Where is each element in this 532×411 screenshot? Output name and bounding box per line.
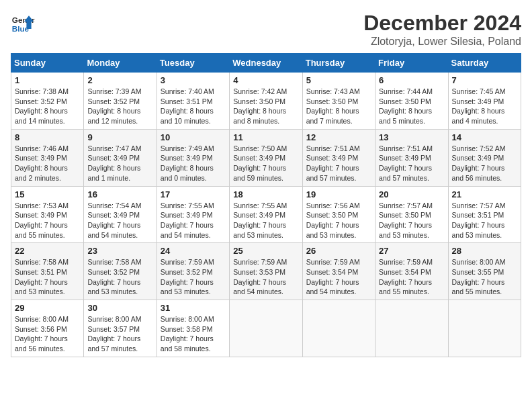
calendar-week-row: 22Sunrise: 7:58 AMSunset: 3:51 PMDayligh… bbox=[11, 243, 521, 300]
calendar-day-cell: 9Sunrise: 7:47 AMSunset: 3:49 PMDaylight… bbox=[84, 129, 157, 186]
day-info: Sunrise: 7:42 AMSunset: 3:50 PMDaylight:… bbox=[233, 87, 298, 126]
day-info: Sunrise: 7:40 AMSunset: 3:51 PMDaylight:… bbox=[161, 87, 226, 126]
day-info: Sunrise: 7:45 AMSunset: 3:49 PMDaylight:… bbox=[452, 87, 517, 126]
day-info: Sunrise: 7:58 AMSunset: 3:52 PMDaylight:… bbox=[87, 257, 152, 297]
calendar-day-cell: 30Sunrise: 8:00 AMSunset: 3:57 PMDayligh… bbox=[84, 300, 157, 357]
calendar-day-cell: 25Sunrise: 7:59 AMSunset: 3:53 PMDayligh… bbox=[230, 243, 302, 300]
page-header: General Blue December 2024 Zlotoryja, Lo… bbox=[11, 11, 521, 48]
calendar-day-cell: 22Sunrise: 7:58 AMSunset: 3:51 PMDayligh… bbox=[11, 243, 84, 300]
calendar-day-cell bbox=[230, 300, 302, 357]
calendar-day-cell bbox=[302, 300, 375, 357]
day-info: Sunrise: 7:51 AMSunset: 3:49 PMDaylight:… bbox=[306, 144, 371, 183]
calendar-header-cell: Sunday bbox=[11, 54, 84, 73]
day-info: Sunrise: 7:44 AMSunset: 3:50 PMDaylight:… bbox=[379, 87, 444, 126]
day-number: 15 bbox=[15, 189, 80, 199]
day-info: Sunrise: 7:39 AMSunset: 3:52 PMDaylight:… bbox=[87, 87, 152, 126]
day-info: Sunrise: 7:51 AMSunset: 3:49 PMDaylight:… bbox=[379, 144, 444, 183]
day-info: Sunrise: 7:59 AMSunset: 3:53 PMDaylight:… bbox=[233, 257, 298, 297]
day-number: 1 bbox=[15, 75, 80, 85]
day-number: 30 bbox=[87, 303, 152, 313]
day-number: 5 bbox=[306, 75, 371, 85]
calendar-day-cell: 14Sunrise: 7:52 AMSunset: 3:49 PMDayligh… bbox=[448, 129, 521, 186]
day-info: Sunrise: 7:54 AMSunset: 3:49 PMDaylight:… bbox=[87, 201, 152, 240]
calendar-day-cell: 19Sunrise: 7:56 AMSunset: 3:50 PMDayligh… bbox=[302, 186, 375, 243]
day-number: 2 bbox=[87, 75, 152, 85]
title-block: December 2024 Zlotoryja, Lower Silesia, … bbox=[363, 11, 521, 48]
calendar-day-cell: 10Sunrise: 7:49 AMSunset: 3:49 PMDayligh… bbox=[157, 129, 229, 186]
day-number: 16 bbox=[87, 189, 152, 199]
day-number: 11 bbox=[233, 132, 298, 142]
day-number: 20 bbox=[379, 189, 444, 199]
day-info: Sunrise: 7:58 AMSunset: 3:51 PMDaylight:… bbox=[15, 257, 80, 297]
calendar-header-cell: Tuesday bbox=[157, 54, 229, 73]
day-info: Sunrise: 7:47 AMSunset: 3:49 PMDaylight:… bbox=[87, 144, 152, 183]
calendar-day-cell: 4Sunrise: 7:42 AMSunset: 3:50 PMDaylight… bbox=[230, 73, 302, 130]
day-info: Sunrise: 8:00 AMSunset: 3:55 PMDaylight:… bbox=[452, 257, 517, 297]
day-info: Sunrise: 7:43 AMSunset: 3:50 PMDaylight:… bbox=[306, 87, 371, 126]
logo-icon: General Blue bbox=[11, 11, 35, 35]
calendar-day-cell: 31Sunrise: 8:00 AMSunset: 3:58 PMDayligh… bbox=[157, 300, 229, 357]
day-info: Sunrise: 7:57 AMSunset: 3:50 PMDaylight:… bbox=[379, 201, 444, 240]
day-info: Sunrise: 7:55 AMSunset: 3:49 PMDaylight:… bbox=[161, 201, 226, 240]
calendar-day-cell: 13Sunrise: 7:51 AMSunset: 3:49 PMDayligh… bbox=[375, 129, 448, 186]
day-number: 19 bbox=[306, 189, 371, 199]
day-info: Sunrise: 7:46 AMSunset: 3:49 PMDaylight:… bbox=[15, 144, 80, 183]
calendar-day-cell: 26Sunrise: 7:59 AMSunset: 3:54 PMDayligh… bbox=[302, 243, 375, 300]
calendar-week-row: 15Sunrise: 7:53 AMSunset: 3:49 PMDayligh… bbox=[11, 186, 521, 243]
calendar-day-cell: 16Sunrise: 7:54 AMSunset: 3:49 PMDayligh… bbox=[84, 186, 157, 243]
day-info: Sunrise: 7:53 AMSunset: 3:49 PMDaylight:… bbox=[15, 201, 80, 240]
calendar-day-cell: 8Sunrise: 7:46 AMSunset: 3:49 PMDaylight… bbox=[11, 129, 84, 186]
page-subtitle: Zlotoryja, Lower Silesia, Poland bbox=[363, 36, 521, 48]
day-number: 12 bbox=[306, 132, 371, 142]
day-info: Sunrise: 7:59 AMSunset: 3:52 PMDaylight:… bbox=[161, 257, 226, 297]
day-info: Sunrise: 7:59 AMSunset: 3:54 PMDaylight:… bbox=[379, 257, 444, 297]
day-number: 6 bbox=[379, 75, 444, 85]
day-number: 9 bbox=[87, 132, 152, 142]
calendar-header-cell: Wednesday bbox=[230, 54, 302, 73]
calendar-day-cell: 7Sunrise: 7:45 AMSunset: 3:49 PMDaylight… bbox=[448, 73, 521, 130]
day-number: 13 bbox=[379, 132, 444, 142]
calendar-day-cell: 20Sunrise: 7:57 AMSunset: 3:50 PMDayligh… bbox=[375, 186, 448, 243]
page-title: December 2024 bbox=[363, 11, 521, 36]
calendar-day-cell: 29Sunrise: 8:00 AMSunset: 3:56 PMDayligh… bbox=[11, 300, 84, 357]
calendar-header: SundayMondayTuesdayWednesdayThursdayFrid… bbox=[11, 54, 521, 73]
calendar-header-cell: Friday bbox=[375, 54, 448, 73]
calendar-day-cell: 15Sunrise: 7:53 AMSunset: 3:49 PMDayligh… bbox=[11, 186, 84, 243]
day-number: 7 bbox=[452, 75, 517, 85]
calendar-week-row: 29Sunrise: 8:00 AMSunset: 3:56 PMDayligh… bbox=[11, 300, 521, 357]
calendar-day-cell: 23Sunrise: 7:58 AMSunset: 3:52 PMDayligh… bbox=[84, 243, 157, 300]
calendar-day-cell: 11Sunrise: 7:50 AMSunset: 3:49 PMDayligh… bbox=[230, 129, 302, 186]
day-info: Sunrise: 7:55 AMSunset: 3:49 PMDaylight:… bbox=[233, 201, 298, 240]
day-info: Sunrise: 8:00 AMSunset: 3:56 PMDaylight:… bbox=[15, 314, 80, 354]
day-number: 31 bbox=[161, 303, 226, 313]
day-number: 25 bbox=[233, 246, 298, 256]
calendar-day-cell: 28Sunrise: 8:00 AMSunset: 3:55 PMDayligh… bbox=[448, 243, 521, 300]
calendar-day-cell: 21Sunrise: 7:57 AMSunset: 3:51 PMDayligh… bbox=[448, 186, 521, 243]
day-number: 24 bbox=[161, 246, 226, 256]
day-number: 21 bbox=[452, 189, 517, 199]
calendar-day-cell: 1Sunrise: 7:38 AMSunset: 3:52 PMDaylight… bbox=[11, 73, 84, 130]
calendar-day-cell: 24Sunrise: 7:59 AMSunset: 3:52 PMDayligh… bbox=[157, 243, 229, 300]
calendar-header-cell: Monday bbox=[84, 54, 157, 73]
day-number: 14 bbox=[452, 132, 517, 142]
day-number: 18 bbox=[233, 189, 298, 199]
calendar-day-cell: 3Sunrise: 7:40 AMSunset: 3:51 PMDaylight… bbox=[157, 73, 229, 130]
day-number: 27 bbox=[379, 246, 444, 256]
day-info: Sunrise: 7:50 AMSunset: 3:49 PMDaylight:… bbox=[233, 144, 298, 183]
calendar-day-cell: 2Sunrise: 7:39 AMSunset: 3:52 PMDaylight… bbox=[84, 73, 157, 130]
calendar-day-cell: 12Sunrise: 7:51 AMSunset: 3:49 PMDayligh… bbox=[302, 129, 375, 186]
calendar-day-cell: 6Sunrise: 7:44 AMSunset: 3:50 PMDaylight… bbox=[375, 73, 448, 130]
calendar-day-cell bbox=[375, 300, 448, 357]
calendar-day-cell: 18Sunrise: 7:55 AMSunset: 3:49 PMDayligh… bbox=[230, 186, 302, 243]
day-info: Sunrise: 8:00 AMSunset: 3:58 PMDaylight:… bbox=[161, 314, 226, 354]
day-info: Sunrise: 7:59 AMSunset: 3:54 PMDaylight:… bbox=[306, 257, 371, 297]
calendar-body: 1Sunrise: 7:38 AMSunset: 3:52 PMDaylight… bbox=[11, 73, 521, 357]
day-number: 4 bbox=[233, 75, 298, 85]
day-number: 10 bbox=[161, 132, 226, 142]
calendar-week-row: 1Sunrise: 7:38 AMSunset: 3:52 PMDaylight… bbox=[11, 73, 521, 130]
calendar-day-cell bbox=[448, 300, 521, 357]
day-info: Sunrise: 7:56 AMSunset: 3:50 PMDaylight:… bbox=[306, 201, 371, 240]
calendar-day-cell: 27Sunrise: 7:59 AMSunset: 3:54 PMDayligh… bbox=[375, 243, 448, 300]
day-number: 26 bbox=[306, 246, 371, 256]
calendar-table: SundayMondayTuesdayWednesdayThursdayFrid… bbox=[11, 53, 521, 357]
